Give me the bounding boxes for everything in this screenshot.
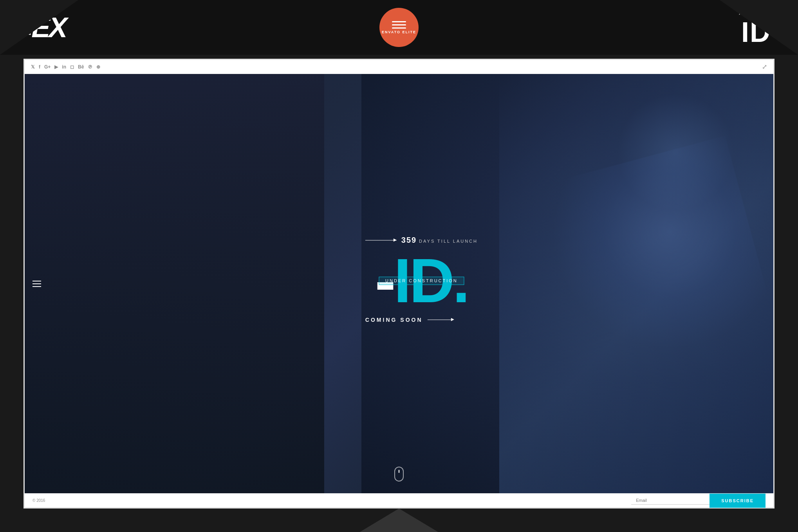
twitter-icon[interactable]: 𝕏	[31, 64, 35, 70]
sidebar-menu-button[interactable]	[32, 281, 41, 287]
behance-icon[interactable]: Bē	[78, 64, 84, 70]
top-header: +EX ENVATO ELITE ★ ★ ★ ★ ★ ID	[0, 0, 798, 55]
linkedin-icon[interactable]: in	[62, 64, 66, 70]
browser-topbar: 𝕏 f G+ ▶ in ◻ Bē ℗ ⊕ ⤢	[25, 60, 773, 74]
instagram-icon[interactable]: ◻	[70, 64, 74, 70]
hero-content: 359 DAYS TILL LAUNCH -ID. UNDER CONSTRUC…	[365, 236, 478, 323]
email-input[interactable]	[631, 496, 710, 505]
expand-icon[interactable]: ⤢	[762, 63, 767, 70]
coming-soon-text: COMING SOON	[365, 317, 423, 323]
envato-elite-label: ENVATO ELITE	[382, 30, 416, 34]
days-label: DAYS TILL LAUNCH	[419, 239, 478, 243]
social-icons-bar: 𝕏 f G+ ▶ in ◻ Bē ℗ ⊕	[31, 64, 100, 70]
days-line-decoration	[365, 240, 397, 240]
mouse-icon	[394, 467, 404, 482]
days-number: 359	[401, 236, 417, 244]
pinterest-icon[interactable]: ℗	[88, 64, 92, 70]
copyright-text: © 2016	[32, 498, 45, 503]
subscribe-button[interactable]: SUBSCRIBE	[710, 494, 766, 508]
scroll-indicator	[394, 467, 404, 482]
bg-glow	[617, 94, 734, 211]
envato-elite-logo[interactable]: ENVATO ELITE	[379, 8, 419, 47]
email-subscribe-area: SUBSCRIBE	[631, 494, 766, 508]
coming-soon-decoration	[428, 319, 451, 320]
days-text: 359 DAYS TILL LAUNCH	[401, 236, 478, 245]
facebook-icon[interactable]: f	[39, 64, 40, 70]
youtube-icon[interactable]: ▶	[54, 64, 58, 70]
bottom-dark-bar	[0, 509, 798, 532]
browser-mockup: 𝕏 f G+ ▶ in ◻ Bē ℗ ⊕ ⤢	[23, 59, 775, 509]
coming-soon: COMING SOON	[365, 317, 478, 323]
menu-lines	[392, 21, 406, 29]
days-counter: 359 DAYS TILL LAUNCH	[365, 236, 478, 245]
extra-icon[interactable]: ⊕	[96, 64, 100, 70]
bottom-triangle-decoration	[360, 509, 438, 532]
website-preview: 359 DAYS TILL LAUNCH -ID. UNDER CONSTRUC…	[25, 74, 773, 493]
mouse-wheel	[399, 470, 400, 473]
big-id-logo: -ID. UNDER CONSTRUCTION	[365, 252, 478, 309]
googleplus-icon[interactable]: G+	[44, 64, 51, 70]
under-construction-badge: UNDER CONSTRUCTION	[379, 276, 464, 285]
bg-left	[25, 74, 324, 493]
browser-bottom-bar: © 2016 SUBSCRIBE	[25, 493, 773, 507]
